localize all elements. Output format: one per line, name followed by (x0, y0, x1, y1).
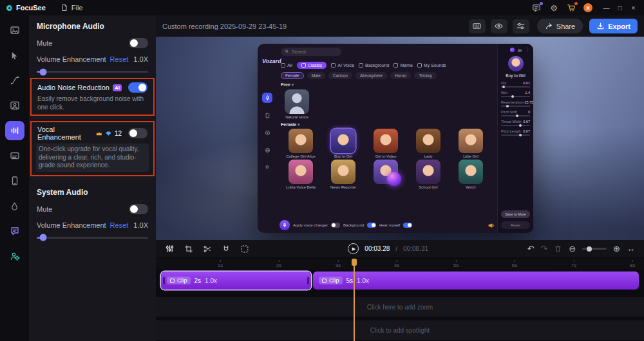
timeline-clip-2[interactable]: Clip 5s 1.0x (313, 272, 639, 290)
mic-mute-toggle[interactable] (129, 38, 148, 48)
mic-volume-slider[interactable] (37, 71, 148, 73)
system-mute-label: Mute (37, 205, 129, 213)
rail-item-cursor[interactable] (5, 46, 24, 65)
rail-item-captions[interactable] (5, 146, 24, 165)
voice-avatar (416, 129, 440, 153)
mic-volume-label: Volume Enhancement (37, 55, 110, 63)
rail-item-presenter[interactable] (5, 246, 24, 266)
image-icon (10, 25, 20, 35)
export-button[interactable]: Export (589, 19, 638, 33)
zoom-in-button[interactable]: ⊕ (613, 244, 620, 253)
timeline-clip-1[interactable]: Clip 2s 1.0x (161, 272, 311, 290)
redo-button[interactable]: ↷ (540, 244, 547, 253)
ruler-tick: 3s (336, 260, 341, 268)
vozard-tabs: All Classic AI Voice Background Meme My … (281, 60, 493, 70)
editor-header: Custom recording 2025-09-29 23-45-19 Sha… (156, 15, 644, 37)
spotlight-track[interactable]: Click to add spotlight (156, 320, 644, 340)
slider-knob (519, 124, 522, 127)
apply-voice-changer-label: Apply voice changer (293, 223, 328, 227)
vozard-sound-icon (262, 127, 272, 138)
timeline-zoom-slider[interactable] (582, 248, 607, 250)
cart-icon[interactable] (566, 3, 576, 13)
voice-name: Little Girl (451, 154, 491, 158)
snap-tool-button[interactable] (240, 244, 249, 253)
file-menu[interactable]: File (56, 3, 88, 13)
zoom-track-hint: Click here to add zoom (367, 304, 433, 311)
close-button[interactable]: × (628, 3, 639, 14)
adjust-tool-button[interactable] (165, 244, 175, 253)
vozard-chip-male: Male (307, 72, 325, 79)
rail-item-device[interactable] (5, 171, 24, 190)
zoom-track[interactable]: Click here to add zoom (156, 297, 644, 317)
recording-title: Custom recording 2025-09-29 23-45-19 (162, 23, 464, 30)
playhead[interactable] (354, 259, 355, 341)
voice-name: Boy to Girl (323, 154, 363, 158)
settings-gear-icon[interactable]: ⚙ (549, 3, 559, 13)
system-volume-reset-link[interactable]: Reset (110, 221, 129, 229)
system-mute-toggle[interactable] (129, 204, 148, 214)
zoom-out-button[interactable]: ⊖ (569, 244, 576, 253)
share-button[interactable]: Share (537, 19, 583, 33)
preview-canvas[interactable]: Vozard ⚙ All Classic AI Voice (156, 37, 644, 240)
system-mute-row: Mute (37, 204, 148, 214)
crop-tool-button[interactable] (184, 244, 193, 253)
fit-timeline-button[interactable]: ↔ (627, 244, 635, 253)
magnet-tool-button[interactable] (222, 244, 231, 253)
vocal-enhancement-toggle[interactable] (128, 128, 147, 138)
drop-icon (10, 201, 19, 211)
user-avatar[interactable]: X (583, 3, 592, 12)
rail-item-effects[interactable] (5, 221, 24, 241)
minimize-button[interactable]: — (601, 3, 612, 14)
system-section-title: System Audio (37, 188, 148, 197)
ai-badge: AI (113, 84, 122, 91)
audio-settings-panel: Microphone Audio Mute Volume Enhancement… (29, 15, 156, 341)
timeline-right-tools: ↶ ↷ ⊖ ⊕ ↔ (527, 244, 635, 253)
slider-value: 0.67 (523, 120, 530, 124)
noise-reduction-toggle[interactable] (128, 82, 147, 93)
vozard-bottom-bar: Apply voice changer Background Hear myse… (279, 220, 495, 230)
zoom-slider-knob[interactable] (587, 246, 592, 252)
detail-slider-track (501, 96, 530, 97)
play-button[interactable]: ▶ (348, 243, 359, 254)
maximize-button[interactable]: □ (614, 3, 625, 14)
vozard-chip-female: Female (281, 72, 304, 79)
voice-card (366, 160, 406, 189)
delete-button[interactable] (554, 244, 562, 253)
timeline-ruler[interactable]: 1s 2s 3s 4s 5s 6s 7s 8s (156, 259, 644, 270)
noise-reduction-label: Audio Noise Reduction (37, 84, 109, 91)
current-time: 00:03.28 (365, 245, 390, 252)
preview-button[interactable] (491, 19, 507, 33)
slider-knob[interactable] (40, 234, 47, 241)
rail-item-watermark[interactable] (5, 196, 24, 216)
rail-item-background[interactable] (5, 21, 24, 40)
rail-item-motion-path[interactable] (5, 71, 24, 90)
selected-voice-avatar (508, 56, 524, 71)
speaker-icon (488, 222, 495, 229)
undo-button[interactable]: ↶ (527, 244, 534, 253)
shortcut-panel-button[interactable] (469, 19, 486, 33)
background-label: Background (343, 223, 364, 227)
slider-value: -25.75 (524, 100, 533, 104)
clip-icon (170, 279, 175, 283)
focusee-logo-icon (6, 5, 12, 11)
slider-label: Pitch Shift (501, 110, 517, 114)
feedback-icon[interactable] (531, 3, 542, 13)
slider-value: 1.4 (525, 91, 530, 95)
rail-item-camera[interactable] (5, 96, 24, 115)
vocal-enhancement-description: One-click upgrade for vocal quality, del… (36, 143, 149, 172)
settings-button[interactable] (513, 19, 529, 33)
mic-volume-reset-link[interactable]: Reset (110, 55, 129, 63)
voice-avatar (374, 160, 398, 184)
captions-icon (10, 151, 20, 161)
split-tool-button[interactable] (203, 244, 212, 253)
share-arrow-icon (545, 22, 553, 30)
noise-reduction-row: Audio Noise Reduction AI (37, 82, 147, 93)
system-volume-slider[interactable] (37, 237, 148, 239)
voice-avatar (416, 160, 440, 184)
slider-knob[interactable] (40, 68, 47, 75)
total-time: 00:08.31 (403, 245, 428, 252)
rail-item-audio[interactable] (5, 121, 24, 140)
kebab-menu-icon: ⋮ (525, 47, 530, 53)
mic-mute-label: Mute (37, 39, 129, 47)
effects-bubble-icon (10, 226, 20, 236)
